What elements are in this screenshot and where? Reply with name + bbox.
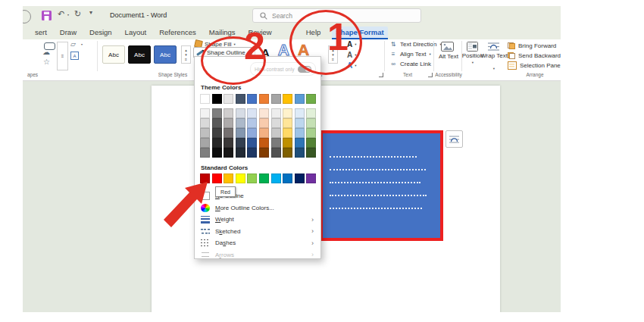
- cloud-shape-icon[interactable]: ☁: [42, 48, 50, 56]
- shape-style-dark[interactable]: Abc: [128, 45, 151, 64]
- color-swatch[interactable]: [271, 148, 281, 158]
- color-swatch[interactable]: [212, 108, 222, 118]
- color-swatch[interactable]: [247, 128, 257, 138]
- color-swatch[interactable]: [224, 118, 233, 128]
- color-swatch[interactable]: [283, 174, 292, 183]
- color-swatch[interactable]: [295, 128, 305, 138]
- color-swatch[interactable]: [247, 108, 257, 118]
- color-swatch[interactable]: [271, 174, 281, 183]
- color-swatch[interactable]: [295, 148, 305, 158]
- shapes-gallery-more-button[interactable]: ≡: [57, 42, 68, 70]
- color-swatch[interactable]: [259, 118, 269, 128]
- account-avatar[interactable]: [23, 10, 31, 23]
- color-swatch[interactable]: [200, 138, 210, 148]
- color-swatch[interactable]: [271, 108, 281, 118]
- color-swatch[interactable]: [247, 118, 257, 128]
- selected-shape[interactable]: [320, 130, 443, 241]
- color-swatch[interactable]: [236, 138, 245, 148]
- color-swatch[interactable]: [224, 108, 233, 118]
- color-swatch[interactable]: [306, 138, 316, 148]
- selection-pane-button[interactable]: Selection Pane: [508, 61, 561, 70]
- color-swatch[interactable]: [224, 148, 233, 158]
- edit-shape-icon[interactable]: ▱: [70, 40, 76, 48]
- alt-text-icon[interactable]: [441, 42, 454, 52]
- tab-design[interactable]: Design: [88, 27, 114, 39]
- shape-style-light[interactable]: Abc: [102, 45, 125, 64]
- color-swatch[interactable]: [271, 118, 281, 128]
- shape-style-blue[interactable]: Abc: [154, 45, 177, 64]
- color-swatch[interactable]: [224, 138, 233, 148]
- color-swatch[interactable]: [259, 148, 269, 158]
- color-swatch[interactable]: [236, 108, 245, 118]
- color-swatch[interactable]: [306, 118, 316, 128]
- tab-sert[interactable]: sert: [33, 27, 48, 39]
- color-swatch[interactable]: [236, 94, 245, 104]
- color-swatch[interactable]: [200, 108, 210, 118]
- color-swatch[interactable]: [200, 118, 210, 128]
- color-swatch[interactable]: [212, 94, 222, 104]
- tab-references[interactable]: References: [158, 27, 198, 39]
- wrap-text-button[interactable]: Wrap Text: [480, 53, 508, 60]
- color-swatch[interactable]: [259, 108, 269, 118]
- color-swatch[interactable]: [259, 174, 269, 183]
- color-swatch[interactable]: [295, 108, 305, 118]
- color-swatch[interactable]: [271, 94, 281, 104]
- save-icon[interactable]: [42, 11, 52, 20]
- color-swatch[interactable]: [212, 148, 222, 158]
- color-swatch[interactable]: [259, 128, 269, 138]
- wrap-text-icon[interactable]: [488, 42, 499, 52]
- quick-access-customize-icon[interactable]: ▾: [89, 9, 92, 16]
- edit-shape-caret-icon[interactable]: ▾: [81, 42, 83, 46]
- color-swatch[interactable]: [283, 148, 292, 158]
- color-swatch[interactable]: [247, 138, 257, 148]
- undo-caret-icon[interactable]: ▾: [67, 13, 69, 17]
- color-swatch[interactable]: [271, 138, 281, 148]
- color-swatch[interactable]: [247, 94, 257, 104]
- style-gallery-scroll-button[interactable]: ▴ ▾ ≡: [181, 45, 191, 64]
- color-swatch[interactable]: [200, 128, 210, 138]
- color-swatch[interactable]: [224, 94, 233, 104]
- align-text-button[interactable]: ≡ Align Text ▾: [389, 51, 431, 58]
- color-swatch[interactable]: [236, 128, 245, 138]
- color-swatch[interactable]: [271, 128, 281, 138]
- redo-icon[interactable]: ↻: [74, 9, 81, 19]
- color-swatch[interactable]: [295, 174, 305, 183]
- tab-draw[interactable]: Draw: [58, 27, 78, 39]
- create-link-button[interactable]: ∞ Create Link: [389, 61, 431, 67]
- color-swatch[interactable]: [283, 118, 292, 128]
- color-swatch[interactable]: [295, 138, 305, 148]
- color-swatch[interactable]: [295, 94, 305, 104]
- star-shape-icon[interactable]: ☆: [43, 58, 50, 66]
- tab-layout[interactable]: Layout: [123, 27, 148, 39]
- wordart-dialog-launcher-icon[interactable]: [379, 73, 383, 77]
- color-swatch[interactable]: [306, 148, 316, 158]
- color-swatch[interactable]: [212, 138, 222, 148]
- color-swatch[interactable]: [236, 174, 245, 183]
- color-swatch[interactable]: [247, 148, 257, 158]
- color-swatch[interactable]: [224, 128, 233, 138]
- color-swatch[interactable]: [283, 128, 292, 138]
- color-swatch[interactable]: [200, 148, 210, 158]
- color-swatch[interactable]: [306, 108, 316, 118]
- color-swatch[interactable]: [295, 118, 305, 128]
- color-swatch[interactable]: [306, 94, 316, 104]
- menu-item-dashes[interactable]: Dashes›: [195, 237, 320, 249]
- undo-icon[interactable]: ↶: [58, 9, 64, 19]
- bring-forward-button[interactable]: Bring Forward: [508, 41, 561, 51]
- color-swatch[interactable]: [200, 94, 210, 104]
- color-swatch[interactable]: [212, 128, 222, 138]
- color-swatch[interactable]: [224, 174, 233, 183]
- color-swatch[interactable]: [306, 174, 316, 183]
- color-swatch[interactable]: [259, 94, 269, 104]
- text-box-icon[interactable]: A: [70, 52, 79, 60]
- color-swatch[interactable]: [283, 138, 292, 148]
- color-swatch[interactable]: [236, 148, 245, 158]
- color-swatch[interactable]: [247, 174, 257, 183]
- color-swatch[interactable]: [283, 94, 292, 104]
- send-backward-button[interactable]: Send Backward: [508, 51, 561, 61]
- position-icon[interactable]: [467, 42, 478, 52]
- color-swatch[interactable]: [306, 128, 316, 138]
- layout-options-button[interactable]: [445, 130, 463, 148]
- color-swatch[interactable]: [283, 108, 292, 118]
- color-swatch[interactable]: [259, 138, 269, 148]
